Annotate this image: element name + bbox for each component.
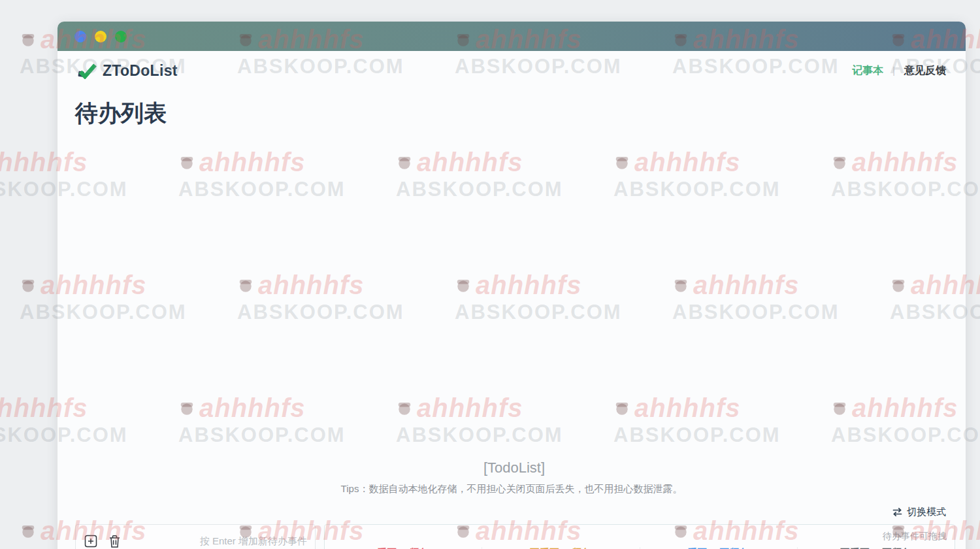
app-window: ZToDoList 记事本 | 意见反馈 待办列表 [TodoList] Tip… [57, 22, 966, 549]
page: { "watermark": { "line1": "ahhhhfs", "li… [0, 0, 980, 549]
checkmark-logo-icon [77, 63, 97, 79]
main-area: 按 Enter 增加新待办事件 我是一件需要做，但是没那么重要也没那么紧急的事，… [75, 524, 955, 549]
swap-icon [892, 507, 903, 517]
nav-separator: | [892, 65, 895, 76]
mode-switch-label: 切换模式 [907, 506, 946, 518]
todo-input-panel: 按 Enter 增加新待办事件 我是一件需要做，但是没那么重要也没那么紧急的事，… [75, 524, 316, 549]
tips-text: Tips：数据自动本地化存储，不用担心关闭页面后丢失，也不用担心数据泄露。 [57, 483, 966, 495]
window-control-zoom[interactable] [115, 31, 127, 42]
page-title-main: 待办列表 [75, 98, 955, 459]
nav-feedback-link[interactable]: 意见反馈 [904, 64, 946, 78]
nav-notebook-link[interactable]: 记事本 [852, 64, 883, 78]
trash-icon-button[interactable] [107, 534, 122, 548]
window-control-close[interactable] [74, 31, 86, 42]
app-logo: ZToDoList [77, 62, 178, 80]
window-control-minimize[interactable] [95, 31, 106, 42]
header-nav: 记事本 | 意见反馈 [852, 64, 946, 78]
drag-hint-text: 待办事件可拖拽 [883, 531, 947, 542]
app-name: ZToDoList [103, 62, 178, 80]
mode-switch-row: 切换模式 [57, 505, 966, 519]
mode-switch-button[interactable]: 切换模式 [892, 505, 946, 519]
new-todo-input[interactable]: 按 Enter 增加新待办事件 [200, 535, 307, 548]
window-titlebar [57, 22, 966, 51]
add-todo-button[interactable] [84, 534, 98, 548]
app-header: ZToDoList 记事本 | 意见反馈 [57, 51, 966, 90]
todo-toolbar: 按 Enter 增加新待办事件 [84, 533, 307, 549]
page-title: 待办列表 [TodoList] [57, 98, 966, 476]
page-title-sub: [TodoList] [483, 459, 545, 476]
quadrant-board: 待办事件可拖拽 重要 & 紧急我是一件非常重要紧急的事，比如：今天某需求需要上线… [324, 524, 955, 549]
